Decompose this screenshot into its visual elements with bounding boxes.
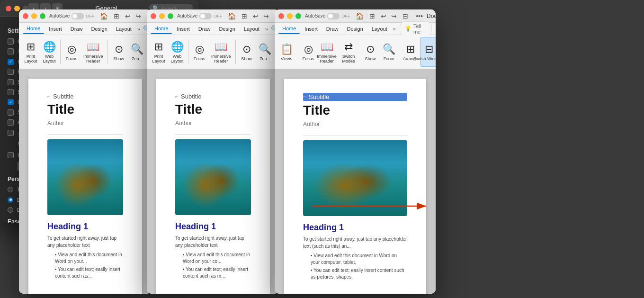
pref-checkbox-gallery[interactable] [8,89,14,95]
autosave-toggle-3[interactable] [327,13,340,19]
tab-draw-1[interactable]: Draw [67,24,87,34]
zoom-btn-1[interactable]: 🔍 Zoo... [128,37,146,67]
doc-subtitle-1[interactable]: Subtitle [47,93,123,100]
immersive-btn-3[interactable]: 📖 ImmersiveReader [318,37,336,67]
maximize-button-3[interactable] [295,13,301,19]
print-layout-btn-2[interactable]: ⊞ PrintLayout [150,37,168,67]
doc-heading1-3[interactable]: Heading 1 [303,223,407,233]
doc-body-3[interactable]: To get started right away, just tap any … [303,235,407,250]
arrange-btn-3[interactable]: ⊞ Arrange [402,37,420,67]
minimize-button-3[interactable] [287,13,293,19]
undo-icon-3[interactable]: ↩ [381,12,386,20]
word-window-2: AutoSave OFF 🏠 ⊞ ↩ ↪ ⊟ Home Insert Draw … [147,9,279,294]
pref-radio-darkmode-off[interactable] [8,187,13,192]
close-button-1[interactable] [23,13,28,19]
zoom-btn-3[interactable]: 🔍 Zoom [380,37,398,67]
redo-icon-1[interactable]: ↪ [135,12,141,20]
doc-content-2[interactable]: ⌐ Subtitle Title Author Heading 1 To get… [147,69,279,294]
zoom-icon-3: 🔍 [383,43,395,55]
autosave-toggle-1[interactable] [72,13,84,19]
pref-checkbox-links[interactable] [8,99,14,105]
doc-subtitle-3[interactable]: Subtitle [303,93,407,101]
doc-title-3[interactable]: Title [303,103,407,118]
close-button-2[interactable] [151,13,156,19]
undo-icon-2[interactable]: ↩ [253,12,259,20]
ribbon-more-1[interactable]: » [137,26,140,32]
tab-layout-3[interactable]: Layout [368,24,391,34]
show-btn-1[interactable]: ⊙ Show [110,37,128,67]
undo-icon-1[interactable]: ↩ [125,12,131,20]
immersive-btn-1[interactable]: 📖 ImmersiveReader [81,37,106,67]
pref-checkbox-extensions[interactable] [8,79,14,85]
pref-radio-darkmode-dark[interactable] [8,197,13,203]
pref-checkbox-addin[interactable] [8,109,14,116]
show-btn-3[interactable]: ⊙ Show [361,37,379,67]
tab-home-3[interactable]: Home [278,24,300,34]
minimize-button-1[interactable] [31,13,37,19]
redo-icon-3[interactable]: ↪ [391,12,397,20]
pref-radio-darkmode-white[interactable] [8,207,13,213]
immersive-btn-2[interactable]: 📖 ImmersiveReader [209,37,233,67]
tab-layout-1[interactable]: Layout [112,24,135,34]
doc-body-1[interactable]: To get started right away, just tap any … [47,235,123,249]
pref-checkbox-confirm[interactable] [8,38,14,45]
tab-insert-3[interactable]: Insert [301,24,322,34]
pref-checkbox-encrypted[interactable] [8,119,14,126]
switch-modes-btn-3[interactable]: ⇄ SwitchModes [340,37,358,67]
focus-label-3: Focus [303,56,314,61]
pref-checkbox-char-units[interactable] [8,152,14,158]
tab-design-1[interactable]: Design [88,24,111,34]
tab-insert-2[interactable]: Insert [173,24,194,34]
doc-content-3[interactable]: ⌐ Subtitle Title Author Heading 1 To get… [275,69,436,294]
tab-home-1[interactable]: Home [23,24,44,34]
ribbon-tabs-1: Home Insert Draw Design Layout » 🔍 [19,23,152,35]
show-label-3: Show [365,56,376,61]
redo-icon-2[interactable]: ↪ [263,12,269,20]
web-layout-btn-1[interactable]: 🌐 WebLayout [40,37,58,67]
tab-draw-3[interactable]: Draw [322,24,342,34]
doc-heading1-2[interactable]: Heading 1 [175,222,251,232]
doc-content-1[interactable]: ⌐ Subtitle Title Author Heading 1 To get… [19,69,152,294]
doc-subtitle-2[interactable]: Subtitle [175,93,251,100]
focus-btn-3[interactable]: ◎ Focus [299,37,317,67]
tab-design-2[interactable]: Design [215,24,239,34]
close-button-3[interactable] [278,13,284,19]
show-icon-1: ⊙ [115,43,123,55]
focus-btn-2[interactable]: ◎ Focus [190,37,208,67]
focus-label-1: Focus [66,56,78,61]
tell-me-bar-3[interactable]: 💡 Tell me [400,21,432,36]
doc-title-2[interactable]: Title [175,102,251,117]
pref-checkbox-background[interactable] [8,48,14,54]
maximize-button-1[interactable] [40,13,45,19]
switch-windows-btn-3[interactable]: ⊟ Switch Windows [420,37,436,67]
web-layout-btn-2[interactable]: 🌐 WebLayout [168,37,186,67]
ribbon-more-3[interactable]: » [393,26,396,32]
switch-modes-icon-3: ⇄ [344,41,353,53]
tab-layout-2[interactable]: Layout [240,24,263,34]
autosave-label-1: AutoSave [49,13,70,18]
tab-design-3[interactable]: Design [343,24,367,34]
doc-body-2[interactable]: To get started right away, just tap any … [175,235,251,249]
show-btn-2[interactable]: ⊙ Show [238,37,256,67]
pref-close-button[interactable] [6,6,11,11]
doc-image-3 [303,140,407,216]
tab-home-2[interactable]: Home [151,24,172,34]
tab-draw-2[interactable]: Draw [195,24,215,34]
focus-btn-1[interactable]: ◎ Focus [63,37,80,67]
doc-heading1-1[interactable]: Heading 1 [47,222,123,232]
zoom-btn-2[interactable]: 🔍 Zoo... [256,37,274,67]
ribbon-more-2[interactable]: » [265,26,268,32]
views-btn-3[interactable]: 📋 Views [277,37,295,67]
pref-minimize-button[interactable] [14,6,20,11]
pref-checkbox-clipboard[interactable] [8,59,14,65]
sep-4 [235,40,236,64]
print-layout-btn-1[interactable]: ⊞ PrintLayout [22,37,40,67]
more-icon-3[interactable]: ••• [416,12,423,20]
minimize-button-2[interactable] [159,13,165,19]
tab-insert-1[interactable]: Insert [45,24,66,34]
pref-checkbox-resume[interactable] [8,130,14,136]
doc-title-1[interactable]: Title [47,102,123,117]
pref-checkbox-sounds[interactable] [8,69,14,75]
maximize-button-2[interactable] [168,13,173,19]
autosave-toggle-2[interactable] [199,13,212,19]
